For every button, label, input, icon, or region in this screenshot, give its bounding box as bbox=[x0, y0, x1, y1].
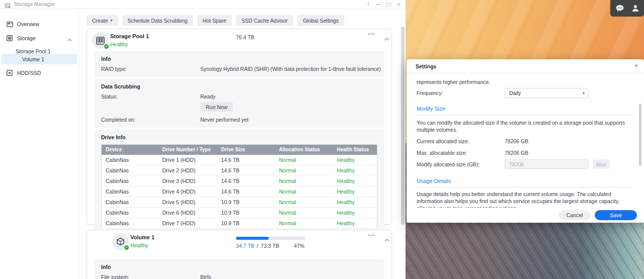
usage-separator: / bbox=[257, 243, 259, 249]
table-cell: CabinNas bbox=[102, 187, 158, 197]
hot-spare-button[interactable]: Hot Spare bbox=[197, 15, 232, 26]
table-cell: Healthy bbox=[333, 165, 377, 176]
ssd-cache-advisor-button[interactable]: SSD Cache Advisor bbox=[236, 15, 293, 26]
table-row[interactable]: CabinNasDrive 7 (HDD)10.9 TBNormalHealth… bbox=[102, 218, 377, 229]
table-cell: Healthy bbox=[333, 155, 377, 165]
max-allocatable-value: 78206 GB bbox=[505, 150, 528, 156]
close-button[interactable]: × bbox=[397, 1, 400, 8]
scrub-status-label: Status: bbox=[101, 94, 200, 100]
sidebar: Overview Storage Storage Pool 1 Volume 1 bbox=[0, 9, 79, 279]
max-button[interactable]: Max bbox=[593, 159, 610, 169]
dialog-scrollbar[interactable] bbox=[639, 104, 641, 166]
more-options-icon[interactable]: ••• bbox=[368, 32, 375, 37]
dialog-header: Settings × bbox=[407, 59, 644, 73]
table-row[interactable]: CabinNasDrive 3 (HDD)14.6 TBNormalHealth… bbox=[102, 176, 377, 187]
section-heading: Info bbox=[101, 56, 377, 62]
table-column-header[interactable]: Drive Number / Type bbox=[158, 145, 217, 155]
table-cell: Healthy bbox=[333, 176, 377, 187]
volume-info-section: Info File system: Btrfs bbox=[94, 259, 384, 279]
frequency-select[interactable]: Daily ▾ bbox=[505, 88, 589, 98]
collapse-icon[interactable] bbox=[384, 34, 389, 43]
volume-header: ✓ Volume 1 Healthy 34.7 TB / 73.3 TB 47%… bbox=[87, 230, 391, 252]
overview-icon bbox=[6, 22, 13, 27]
table-row[interactable]: CabinNasDrive 2 (HDD)14.6 TBNormalHealth… bbox=[102, 165, 377, 176]
table-cell: 14.6 TB bbox=[217, 155, 275, 165]
dialog-close-icon[interactable]: × bbox=[634, 62, 638, 69]
modify-allocated-label: Modify allocated size (GB): bbox=[417, 161, 479, 167]
table-cell: 14.6 TB bbox=[217, 187, 275, 197]
table-cell: Drive 7 (HDD) bbox=[158, 218, 217, 229]
modify-size-description: You can modify the allocated size if the… bbox=[417, 119, 637, 133]
dialog-intro-text: represents higher performance. bbox=[417, 78, 491, 85]
schedule-data-scrubbing-button[interactable]: Schedule Data Scrubbing bbox=[122, 15, 193, 26]
frequency-label: Frequency: bbox=[417, 90, 443, 96]
table-cell: CabinNas bbox=[102, 155, 158, 165]
storage-pool-header: ✓ Storage Pool 1 Healthy 76.4 TB ••• bbox=[87, 29, 391, 51]
table-cell: Drive 3 (HDD) bbox=[158, 176, 217, 187]
completed-on-value: Never performed yet bbox=[200, 117, 249, 123]
table-row[interactable]: CabinNasDrive 5 (HDD)10.9 TBNormalHealth… bbox=[102, 197, 377, 208]
caret-down-icon: ▾ bbox=[111, 18, 113, 23]
healthy-check-icon: ✓ bbox=[123, 244, 130, 251]
table-cell: CabinNas bbox=[102, 218, 158, 229]
table-column-header[interactable]: Health Status bbox=[333, 145, 377, 155]
table-cell: CabinNas bbox=[102, 208, 158, 218]
raid-type-value: Synology Hybrid RAID (SHR) (With data pr… bbox=[200, 66, 381, 72]
drive-table-body: CabinNasDrive 1 (HDD)14.6 TBNormalHealth… bbox=[102, 155, 377, 229]
storage-manager-window: Storage Manager ? × Overview Storage bbox=[0, 0, 406, 279]
table-row[interactable]: CabinNasDrive 6 (HDD)10.9 TBNormalHealth… bbox=[102, 208, 377, 218]
save-button[interactable]: Save bbox=[595, 210, 637, 220]
table-row[interactable]: CabinNasDrive 1 (HDD)14.6 TBNormalHealth… bbox=[102, 155, 377, 165]
chevron-up-icon[interactable] bbox=[67, 37, 72, 43]
completed-on-label: Completed on: bbox=[101, 117, 200, 123]
table-cell: Normal bbox=[275, 176, 333, 187]
content-scrollbar[interactable] bbox=[401, 27, 405, 225]
volume-card: ✓ Volume 1 Healthy 34.7 TB / 73.3 TB 47%… bbox=[87, 230, 392, 279]
dialog-title: Settings bbox=[416, 63, 436, 69]
table-cell: Normal bbox=[275, 208, 333, 218]
storage-pool-card: ✓ Storage Pool 1 Healthy 76.4 TB ••• Inf… bbox=[87, 29, 392, 225]
section-heading: Info bbox=[101, 264, 377, 270]
table-cell: Healthy bbox=[333, 187, 377, 197]
scrub-status-value: Ready bbox=[200, 94, 215, 100]
volume-icon: ✓ bbox=[112, 233, 129, 250]
table-column-header[interactable]: Device bbox=[102, 145, 158, 155]
volume-usage-text: 34.7 TB / 73.3 TB bbox=[236, 243, 279, 249]
more-options-icon[interactable]: ••• bbox=[368, 233, 375, 238]
table-cell: Normal bbox=[275, 197, 333, 208]
sidebar-item-volume-1[interactable]: Volume 1 bbox=[2, 54, 77, 64]
modify-allocated-input[interactable] bbox=[505, 159, 589, 169]
usage-details-heading: Usage Details bbox=[417, 178, 451, 184]
sidebar-item-storage[interactable]: Storage bbox=[0, 33, 79, 43]
sidebar-item-label: Volume 1 bbox=[22, 56, 44, 62]
current-allocated-value: 78206 GB bbox=[505, 138, 528, 144]
volume-usage-bar bbox=[236, 237, 305, 240]
raid-type-label: RAID type: bbox=[101, 66, 200, 72]
caret-down-icon: ▾ bbox=[583, 91, 585, 96]
desktop-tray bbox=[610, 0, 644, 17]
pool-info-section: Info RAID type: Synology Hybrid RAID (SH… bbox=[94, 51, 384, 77]
collapse-icon[interactable] bbox=[384, 235, 389, 244]
table-row[interactable]: CabinNasDrive 4 (HDD)14.6 TBNormalHealth… bbox=[102, 187, 377, 197]
table-cell: Normal bbox=[275, 165, 333, 176]
user-icon[interactable] bbox=[631, 5, 639, 12]
frequency-value: Daily bbox=[509, 90, 521, 96]
help-button[interactable]: ? bbox=[367, 2, 370, 7]
maximize-button[interactable] bbox=[386, 3, 391, 7]
table-column-header[interactable]: Allocation Status bbox=[275, 145, 333, 155]
run-now-button[interactable]: Run Now bbox=[200, 102, 233, 112]
drive-info-section: Drive Info DeviceDrive Number / TypeDriv… bbox=[94, 130, 384, 233]
sidebar-item-overview[interactable]: Overview bbox=[0, 19, 79, 29]
table-column-header[interactable]: Drive Size bbox=[217, 145, 275, 155]
section-heading: Data Scrubbing bbox=[101, 83, 377, 89]
table-cell: CabinNas bbox=[102, 165, 158, 176]
divider bbox=[417, 115, 633, 115]
global-settings-button[interactable]: Global Settings bbox=[297, 15, 344, 26]
cancel-button[interactable]: Cancel bbox=[558, 210, 591, 220]
table-cell: Drive 4 (HDD) bbox=[158, 187, 217, 197]
volume-status: Healthy bbox=[130, 242, 148, 248]
minimize-button[interactable] bbox=[376, 4, 380, 5]
create-button[interactable]: Create ▾ bbox=[87, 15, 118, 26]
sidebar-item-hdd-ssd[interactable]: HDD/SSD bbox=[0, 68, 79, 78]
chat-icon[interactable] bbox=[615, 5, 624, 12]
